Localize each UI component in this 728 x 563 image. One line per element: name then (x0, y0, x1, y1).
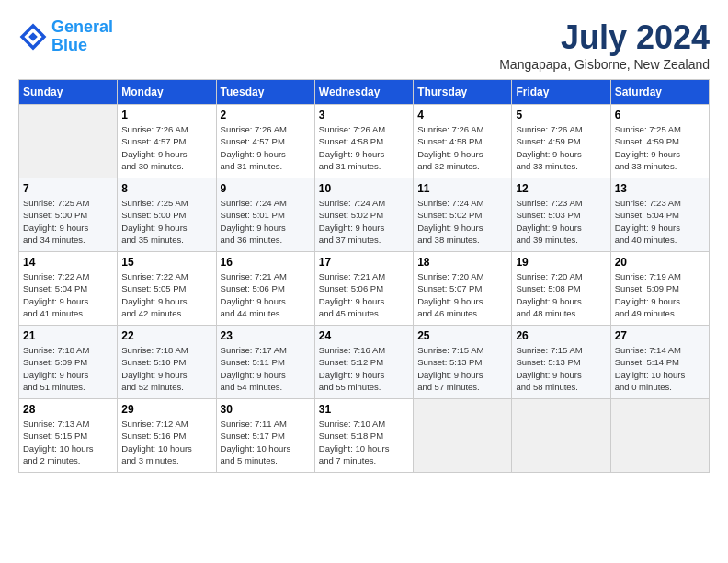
day-info: Sunrise: 7:23 AM Sunset: 5:04 PM Dayligh… (615, 197, 705, 246)
day-number: 19 (516, 256, 606, 269)
cell-w4-d6: 26Sunrise: 7:15 AM Sunset: 5:13 PM Dayli… (512, 326, 610, 399)
cell-w5-d1: 28Sunrise: 7:13 AM Sunset: 5:15 PM Dayli… (19, 399, 118, 473)
day-info: Sunrise: 7:11 AM Sunset: 5:17 PM Dayligh… (221, 418, 311, 466)
day-number: 27 (615, 329, 705, 342)
logo-icon (18, 22, 48, 52)
day-info: Sunrise: 7:25 AM Sunset: 5:00 PM Dayligh… (23, 197, 113, 246)
day-info: Sunrise: 7:24 AM Sunset: 5:02 PM Dayligh… (417, 197, 507, 246)
cell-w3-d6: 19Sunrise: 7:20 AM Sunset: 5:08 PM Dayli… (512, 252, 610, 326)
day-number: 12 (516, 182, 606, 195)
cell-w5-d7 (610, 399, 709, 473)
cell-w1-d4: 3Sunrise: 7:26 AM Sunset: 4:58 PM Daylig… (314, 105, 413, 178)
cell-w1-d1 (19, 105, 118, 178)
cell-w1-d6: 5Sunrise: 7:26 AM Sunset: 4:59 PM Daylig… (512, 105, 610, 178)
day-number: 18 (417, 256, 507, 269)
day-info: Sunrise: 7:22 AM Sunset: 5:04 PM Dayligh… (23, 270, 113, 319)
day-number: 8 (121, 182, 211, 195)
day-number: 30 (221, 403, 311, 416)
header-friday: Friday (512, 80, 610, 105)
header-saturday: Saturday (610, 80, 709, 105)
day-info: Sunrise: 7:26 AM Sunset: 4:57 PM Dayligh… (221, 123, 311, 172)
day-number: 25 (417, 329, 507, 342)
day-info: Sunrise: 7:13 AM Sunset: 5:15 PM Dayligh… (23, 418, 113, 466)
cell-w2-d3: 9Sunrise: 7:24 AM Sunset: 5:01 PM Daylig… (216, 178, 314, 252)
day-info: Sunrise: 7:21 AM Sunset: 5:06 PM Dayligh… (319, 270, 409, 319)
cell-w2-d1: 7Sunrise: 7:25 AM Sunset: 5:00 PM Daylig… (19, 178, 118, 252)
day-number: 9 (221, 182, 311, 195)
week-row-3: 14Sunrise: 7:22 AM Sunset: 5:04 PM Dayli… (19, 252, 710, 326)
cell-w5-d4: 31Sunrise: 7:10 AM Sunset: 5:18 PM Dayli… (314, 399, 413, 473)
day-info: Sunrise: 7:15 AM Sunset: 5:13 PM Dayligh… (417, 344, 507, 393)
day-number: 15 (121, 256, 211, 269)
cell-w4-d4: 24Sunrise: 7:16 AM Sunset: 5:12 PM Dayli… (314, 326, 413, 399)
cell-w5-d3: 30Sunrise: 7:11 AM Sunset: 5:17 PM Dayli… (216, 399, 314, 473)
day-number: 31 (319, 403, 409, 416)
cell-w3-d5: 18Sunrise: 7:20 AM Sunset: 5:07 PM Dayli… (414, 252, 512, 326)
title-section: July 2024 Mangapapa, Gisborne, New Zeala… (499, 18, 710, 72)
calendar-body: 1Sunrise: 7:26 AM Sunset: 4:57 PM Daylig… (19, 105, 710, 473)
day-number: 16 (221, 256, 311, 269)
cell-w4-d1: 21Sunrise: 7:18 AM Sunset: 5:09 PM Dayli… (19, 326, 118, 399)
day-number: 29 (121, 403, 211, 416)
day-info: Sunrise: 7:15 AM Sunset: 5:13 PM Dayligh… (516, 344, 606, 393)
day-number: 5 (516, 109, 606, 121)
day-number: 28 (23, 403, 113, 416)
logo: General Blue (18, 18, 113, 55)
day-info: Sunrise: 7:20 AM Sunset: 5:08 PM Dayligh… (516, 270, 606, 319)
cell-w2-d6: 12Sunrise: 7:23 AM Sunset: 5:03 PM Dayli… (512, 178, 610, 252)
cell-w1-d5: 4Sunrise: 7:26 AM Sunset: 4:58 PM Daylig… (414, 105, 512, 178)
month-title: July 2024 (499, 18, 710, 57)
day-info: Sunrise: 7:19 AM Sunset: 5:09 PM Dayligh… (615, 270, 705, 319)
day-info: Sunrise: 7:26 AM Sunset: 4:57 PM Dayligh… (121, 123, 211, 172)
cell-w2-d7: 13Sunrise: 7:23 AM Sunset: 5:04 PM Dayli… (610, 178, 709, 252)
cell-w3-d2: 15Sunrise: 7:22 AM Sunset: 5:05 PM Dayli… (118, 252, 216, 326)
day-number: 24 (319, 329, 409, 342)
cell-w2-d4: 10Sunrise: 7:24 AM Sunset: 5:02 PM Dayli… (314, 178, 413, 252)
location: Mangapapa, Gisborne, New Zealand (499, 57, 710, 72)
cell-w5-d6 (512, 399, 610, 473)
header-tuesday: Tuesday (216, 80, 314, 105)
header-wednesday: Wednesday (314, 80, 413, 105)
cell-w3-d7: 20Sunrise: 7:19 AM Sunset: 5:09 PM Dayli… (610, 252, 709, 326)
day-number: 2 (221, 109, 311, 121)
cell-w1-d7: 6Sunrise: 7:25 AM Sunset: 4:59 PM Daylig… (610, 105, 709, 178)
header-monday: Monday (118, 80, 216, 105)
day-number: 13 (615, 182, 705, 195)
day-info: Sunrise: 7:24 AM Sunset: 5:01 PM Dayligh… (221, 197, 311, 246)
cell-w5-d5 (414, 399, 512, 473)
logo-line1: General (51, 17, 113, 36)
day-number: 20 (615, 256, 705, 269)
header-row: Sunday Monday Tuesday Wednesday Thursday… (19, 80, 710, 105)
day-info: Sunrise: 7:22 AM Sunset: 5:05 PM Dayligh… (121, 270, 211, 319)
day-info: Sunrise: 7:20 AM Sunset: 5:07 PM Dayligh… (417, 270, 507, 319)
day-info: Sunrise: 7:17 AM Sunset: 5:11 PM Dayligh… (221, 344, 311, 393)
cell-w4-d2: 22Sunrise: 7:18 AM Sunset: 5:10 PM Dayli… (118, 326, 216, 399)
day-number: 23 (221, 329, 311, 342)
day-info: Sunrise: 7:16 AM Sunset: 5:12 PM Dayligh… (319, 344, 409, 393)
day-number: 4 (417, 109, 507, 121)
day-number: 3 (319, 109, 409, 121)
cell-w5-d2: 29Sunrise: 7:12 AM Sunset: 5:16 PM Dayli… (118, 399, 216, 473)
day-info: Sunrise: 7:25 AM Sunset: 5:00 PM Dayligh… (121, 197, 211, 246)
cell-w3-d3: 16Sunrise: 7:21 AM Sunset: 5:06 PM Dayli… (216, 252, 314, 326)
cell-w4-d7: 27Sunrise: 7:14 AM Sunset: 5:14 PM Dayli… (610, 326, 709, 399)
day-info: Sunrise: 7:23 AM Sunset: 5:03 PM Dayligh… (516, 197, 606, 246)
cell-w4-d5: 25Sunrise: 7:15 AM Sunset: 5:13 PM Dayli… (414, 326, 512, 399)
day-info: Sunrise: 7:25 AM Sunset: 4:59 PM Dayligh… (615, 123, 705, 172)
day-number: 11 (417, 182, 507, 195)
week-row-2: 7Sunrise: 7:25 AM Sunset: 5:00 PM Daylig… (19, 178, 710, 252)
cell-w2-d5: 11Sunrise: 7:24 AM Sunset: 5:02 PM Dayli… (414, 178, 512, 252)
day-info: Sunrise: 7:18 AM Sunset: 5:09 PM Dayligh… (23, 344, 113, 393)
calendar-table: Sunday Monday Tuesday Wednesday Thursday… (18, 79, 710, 473)
cell-w1-d3: 2Sunrise: 7:26 AM Sunset: 4:57 PM Daylig… (216, 105, 314, 178)
logo-line2: Blue (51, 36, 87, 54)
header-sunday: Sunday (19, 80, 118, 105)
header-thursday: Thursday (414, 80, 512, 105)
day-info: Sunrise: 7:12 AM Sunset: 5:16 PM Dayligh… (121, 418, 211, 466)
cell-w3-d4: 17Sunrise: 7:21 AM Sunset: 5:06 PM Dayli… (314, 252, 413, 326)
day-number: 10 (319, 182, 409, 195)
day-number: 6 (615, 109, 705, 121)
day-number: 26 (516, 329, 606, 342)
day-number: 14 (23, 256, 113, 269)
day-number: 21 (23, 329, 113, 342)
